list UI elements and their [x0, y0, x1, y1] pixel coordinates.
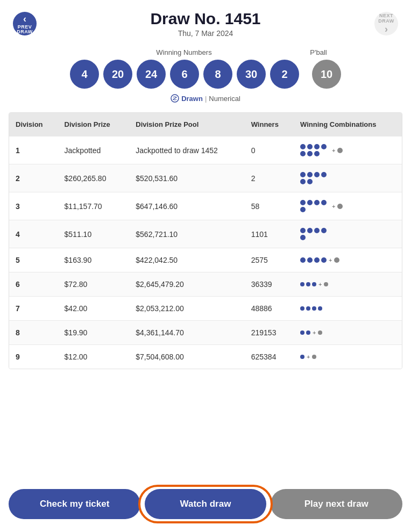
- watch-draw-button[interactable]: Watch draw: [145, 489, 266, 519]
- prev-arrow-icon: ‹: [23, 13, 26, 25]
- prev-label: PREVDRAW: [17, 25, 33, 34]
- table-row: 7$42.00$2,053,212.0048886: [9, 297, 402, 321]
- winning-combo-cell: +: [294, 272, 402, 297]
- division-cell: 9: [9, 345, 58, 369]
- watch-wrapper: Watch draw: [145, 489, 266, 519]
- winners-cell: 219153: [245, 321, 294, 345]
- division-cell: 6: [9, 272, 58, 297]
- pball: 10: [312, 60, 341, 89]
- winners-cell: 2: [245, 164, 294, 192]
- division-cell: 5: [9, 248, 58, 272]
- prize-cell: $11,157.70: [58, 192, 130, 220]
- pool-cell: $422,042.50: [129, 248, 244, 272]
- winning-combo-cell: +: [294, 345, 402, 369]
- next-arrow-icon: ›: [385, 24, 388, 35]
- prize-cell: $42.00: [58, 297, 130, 321]
- table-row: 1JackpottedJackpotted to draw 14520+: [9, 136, 402, 164]
- col-combos: Winning Combinations: [294, 113, 402, 136]
- winning-combo-cell: +: [294, 248, 402, 272]
- table-row: 4$511.10$562,721.101101: [9, 220, 402, 248]
- prev-draw-button[interactable]: ‹ PREVDRAW: [13, 12, 37, 35]
- bottom-buttons: Check my ticket Watch draw Play next dra…: [0, 480, 411, 532]
- ball-3: 24: [137, 60, 166, 89]
- winners-cell: 2575: [245, 248, 294, 272]
- check-ticket-button[interactable]: Check my ticket: [9, 489, 140, 519]
- play-next-draw-button[interactable]: Play next draw: [271, 489, 402, 519]
- winning-combo-cell: [294, 220, 402, 248]
- draw-title: Draw No. 1451: [150, 10, 260, 28]
- prize-cell: $72.80: [58, 272, 130, 297]
- drawn-text: Drawn: [181, 95, 203, 103]
- winners-cell: 0: [245, 136, 294, 164]
- winning-numbers-label: Winning Numbers: [71, 48, 297, 56]
- winners-cell: 625384: [245, 345, 294, 369]
- table-row: 6$72.80$2,645,479.2036339+: [9, 272, 402, 297]
- pball-label: P'ball: [297, 48, 340, 56]
- drawn-label: Drawn | Numerical: [11, 94, 400, 103]
- header: ‹ PREVDRAW Draw No. 1451 Thu, 7 Mar 2024…: [0, 0, 411, 43]
- prize-cell: $19.90: [58, 321, 130, 345]
- pool-cell: Jackpotted to draw 1452: [129, 136, 244, 164]
- winning-combo-cell: [294, 297, 402, 321]
- prize-cell: $260,265.80: [58, 164, 130, 192]
- winning-combo-cell: +: [294, 321, 402, 345]
- draw-info: Draw No. 1451 Thu, 7 Mar 2024: [150, 10, 260, 38]
- table-row: 9$12.00$7,504,608.00625384+: [9, 345, 402, 369]
- numbers-header: Winning Numbers P'ball: [11, 48, 400, 56]
- ball-4: 6: [170, 60, 199, 89]
- table-row: 2$260,265.80$520,531.602: [9, 164, 402, 192]
- col-division: Division: [9, 113, 58, 136]
- division-cell: 1: [9, 136, 58, 164]
- winning-combo-cell: [294, 164, 402, 192]
- winners-cell: 48886: [245, 297, 294, 321]
- winning-combo-cell: +: [294, 192, 402, 220]
- prize-cell: $511.10: [58, 220, 130, 248]
- division-cell: 8: [9, 321, 58, 345]
- division-cell: 4: [9, 220, 58, 248]
- ball-7: 2: [270, 60, 299, 89]
- ball-1: 4: [70, 60, 99, 89]
- division-cell: 2: [9, 164, 58, 192]
- numerical-text: Numerical: [209, 95, 240, 103]
- table-header-row: Division Division Prize Division Prize P…: [9, 113, 402, 136]
- pool-cell: $562,721.10: [129, 220, 244, 248]
- numbers-row: 4 20 24 6 8 30 2 10: [11, 60, 400, 89]
- next-label: NEXTDRAW: [378, 13, 394, 24]
- pool-cell: $7,504,608.00: [129, 345, 244, 369]
- draw-date: Thu, 7 Mar 2024: [150, 29, 260, 38]
- ball-2: 20: [103, 60, 132, 89]
- winning-combo-cell: +: [294, 136, 402, 164]
- division-cell: 7: [9, 297, 58, 321]
- table-row: 8$19.90$4,361,144.70219153+: [9, 321, 402, 345]
- shuffle-icon: [171, 94, 179, 103]
- table-row: 5$163.90$422,042.502575+: [9, 248, 402, 272]
- next-draw-button[interactable]: NEXTDRAW ›: [374, 12, 398, 35]
- prize-cell: $163.90: [58, 248, 130, 272]
- ball-5: 8: [203, 60, 232, 89]
- col-pool: Division Prize Pool: [129, 113, 244, 136]
- results-table: Division Division Prize Division Prize P…: [9, 113, 402, 369]
- pool-cell: $2,645,479.20: [129, 272, 244, 297]
- pool-cell: $2,053,212.00: [129, 297, 244, 321]
- division-cell: 3: [9, 192, 58, 220]
- pool-cell: $647,146.60: [129, 192, 244, 220]
- winners-cell: 36339: [245, 272, 294, 297]
- winners-cell: 1101: [245, 220, 294, 248]
- pool-cell: $520,531.60: [129, 164, 244, 192]
- prize-cell: $12.00: [58, 345, 130, 369]
- ball-6: 30: [237, 60, 266, 89]
- col-prize: Division Prize: [58, 113, 130, 136]
- col-winners: Winners: [245, 113, 294, 136]
- numbers-section: Winning Numbers P'ball 4 20 24 6 8 30 2 …: [0, 43, 411, 107]
- prize-cell: Jackpotted: [58, 136, 130, 164]
- table-row: 3$11,157.70$647,146.6058+: [9, 192, 402, 220]
- winners-cell: 58: [245, 192, 294, 220]
- pool-cell: $4,361,144.70: [129, 321, 244, 345]
- results-table-section: Division Division Prize Division Prize P…: [9, 112, 402, 369]
